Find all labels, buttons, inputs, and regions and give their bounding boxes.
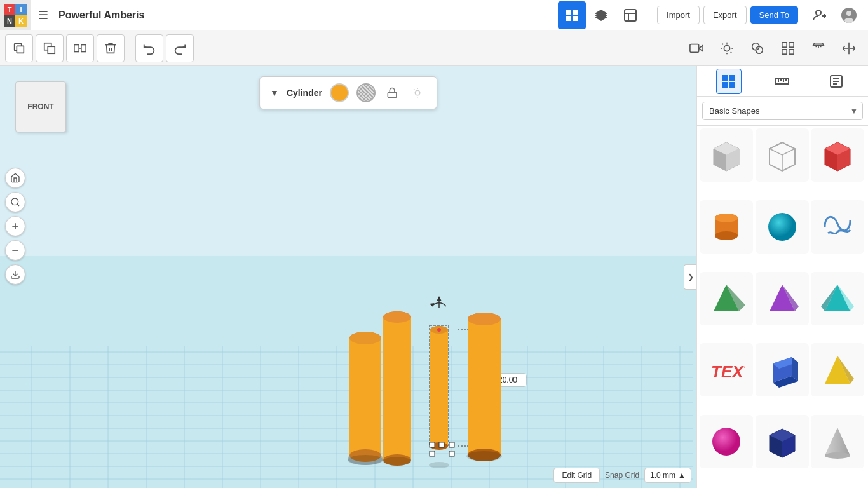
header: T I N K ☰ Powerful Amberis Import Export…: [0, 0, 868, 30]
svg-rect-20: [690, 44, 699, 52]
svg-line-25: [731, 51, 731, 52]
shape-item-pyramid-yellow[interactable]: [811, 343, 864, 396]
bottom-controls: Edit Grid Snap Grid 1.0 mm ▲: [553, 468, 691, 483]
shape-item-box-gray[interactable]: [700, 128, 753, 182]
shape-selector: Basic Shapes Text & Numbers Featured Com…: [697, 97, 868, 126]
build-view-btn[interactable]: [587, 1, 615, 29]
snap-grid-value[interactable]: 1.0 mm ▲: [644, 468, 691, 483]
svg-rect-0: [566, 10, 571, 15]
ruler-panel-btn[interactable]: [770, 69, 795, 94]
solid-color-swatch[interactable]: [330, 83, 349, 102]
shape-item-pyramid-green[interactable]: [700, 272, 753, 325]
duplicate-button[interactable]: [36, 34, 64, 62]
add-user-icon[interactable]: [806, 1, 834, 29]
download-btn[interactable]: [5, 264, 25, 285]
svg-point-152: [715, 231, 738, 240]
shape-category-select[interactable]: Basic Shapes Text & Numbers Featured Com…: [702, 102, 863, 120]
main-area: 20.00 FRONT: [0, 66, 868, 488]
fit-view-btn[interactable]: [5, 192, 25, 212]
shape-item-sphere-pink[interactable]: [700, 415, 753, 468]
logo-t: T: [4, 4, 15, 15]
svg-rect-130: [729, 82, 735, 88]
project-title: Powerful Amberis: [56, 10, 144, 21]
zoom-in-btn[interactable]: [5, 216, 25, 236]
cylinder-4[interactable]: [468, 313, 501, 461]
svg-rect-128: [729, 75, 735, 81]
svg-rect-127: [722, 75, 728, 81]
logo[interactable]: T I N K: [0, 0, 31, 30]
light-tool[interactable]: [713, 34, 741, 62]
svg-text:TEXT: TEXT: [711, 362, 745, 381]
svg-point-11: [846, 11, 851, 16]
zoom-out-btn[interactable]: [5, 240, 25, 261]
snap-grid-chevron: ▲: [678, 471, 686, 480]
copy-out-button[interactable]: [5, 34, 33, 62]
undo-button[interactable]: [135, 34, 163, 62]
export-button[interactable]: Export: [703, 6, 747, 24]
cylinder-2[interactable]: [383, 311, 411, 466]
grid-view-btn[interactable]: [558, 1, 586, 29]
shape-item-box-red[interactable]: [811, 128, 864, 182]
profile-icon[interactable]: [835, 1, 863, 29]
svg-point-175: [825, 452, 850, 459]
svg-line-126: [414, 89, 414, 90]
panel-collapse-button[interactable]: ❯: [684, 264, 696, 290]
group-tool[interactable]: [774, 34, 802, 62]
svg-point-115: [466, 451, 502, 461]
shape-item-cube-navy[interactable]: [756, 415, 809, 468]
grid-canvas: 20.00: [0, 66, 696, 488]
svg-point-154: [768, 213, 796, 241]
hole-color-swatch[interactable]: [356, 83, 376, 102]
svg-point-153: [715, 214, 738, 222]
svg-rect-99: [449, 451, 454, 456]
shape-item-sphere[interactable]: [756, 200, 809, 254]
shape-item-text[interactable]: TEXT: [700, 343, 753, 396]
shape-item-cone-gray[interactable]: [811, 415, 864, 468]
svg-rect-18: [81, 44, 86, 51]
svg-rect-88: [430, 330, 448, 446]
cylinder-1[interactable]: [348, 332, 383, 465]
delete-button[interactable]: [97, 34, 125, 62]
svg-rect-16: [48, 46, 55, 53]
svg-point-113: [383, 457, 411, 466]
shape-item-cylinder[interactable]: [700, 200, 753, 254]
shape-item-pyramid-purple[interactable]: [756, 272, 809, 325]
list-view-icon[interactable]: ☰: [31, 0, 56, 30]
shape-item-prism-blue[interactable]: [756, 343, 809, 396]
svg-point-91: [437, 328, 441, 332]
shape-item-pyramid-teal[interactable]: [811, 272, 864, 325]
notes-panel-btn[interactable]: [824, 69, 849, 94]
lock-icon[interactable]: [383, 84, 401, 102]
svg-point-80: [349, 332, 381, 344]
viewport[interactable]: 20.00 FRONT: [0, 66, 696, 488]
edit-grid-button[interactable]: Edit Grid: [553, 468, 600, 483]
send-to-button[interactable]: Send To: [750, 6, 798, 24]
camera-tool[interactable]: [682, 34, 710, 62]
svg-rect-17: [74, 44, 79, 51]
toolbar-right-tools: [682, 34, 863, 62]
property-chevron[interactable]: ▼: [270, 88, 279, 98]
shape-item-scribble[interactable]: [811, 200, 864, 254]
panel-top-icons: [697, 66, 868, 97]
mirror-tool[interactable]: [835, 34, 863, 62]
codeblocks-btn[interactable]: [616, 1, 644, 29]
shape-item-box-outline[interactable]: [756, 128, 809, 182]
svg-point-116: [11, 198, 18, 205]
svg-point-21: [724, 45, 729, 51]
svg-line-24: [722, 43, 723, 44]
svg-rect-3: [573, 16, 578, 21]
grid-panel-btn[interactable]: [716, 69, 742, 94]
svg-point-123: [415, 90, 420, 95]
home-view-btn[interactable]: [5, 168, 25, 188]
group-button[interactable]: [66, 34, 94, 62]
redo-button[interactable]: [166, 34, 194, 62]
shape-ops-tool[interactable]: [743, 34, 771, 62]
svg-rect-77: [349, 338, 381, 456]
ruler-tool[interactable]: [804, 34, 832, 62]
svg-rect-97: [439, 442, 444, 447]
light-prop-icon[interactable]: [409, 84, 426, 102]
svg-rect-96: [449, 442, 454, 447]
svg-marker-174: [825, 428, 850, 456]
import-button[interactable]: Import: [657, 6, 700, 24]
svg-point-111: [468, 313, 501, 325]
